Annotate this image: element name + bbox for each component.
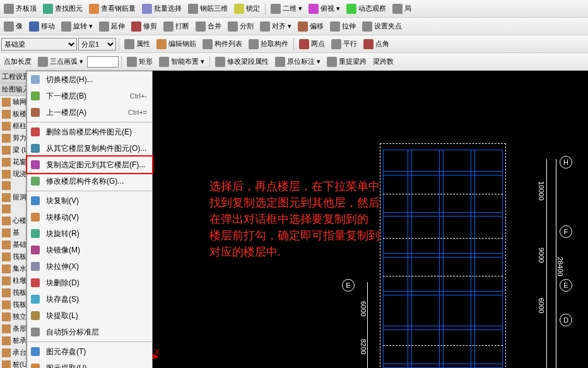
menu-label: 修改楼层构件名称(G)... bbox=[46, 176, 147, 187]
toolbar-row-3: 基础梁 分层1 属性 编辑钢筋 构件列表 拾取构件 两点 平行 点角 bbox=[0, 35, 588, 53]
lp-item-label: 框柱(Q) bbox=[13, 121, 26, 131]
arc-input[interactable] bbox=[87, 56, 119, 68]
lp-item[interactable]: 筏板基 bbox=[0, 251, 26, 263]
lp-item[interactable]: 心楼盖 bbox=[0, 215, 26, 227]
rect-icon bbox=[127, 57, 137, 67]
tb-mirror[interactable]: 像 bbox=[1, 20, 25, 33]
tb-point-angle[interactable]: 点角 bbox=[361, 38, 392, 50]
tb-props[interactable]: 属性 bbox=[122, 38, 153, 50]
block-stretch-icon bbox=[30, 261, 41, 272]
tb-merge[interactable]: 合并 bbox=[193, 20, 224, 33]
tb-top-view[interactable]: 俯视 ▾ bbox=[306, 3, 343, 15]
tb-rotate[interactable]: 旋转 ▾ bbox=[59, 20, 95, 33]
menu-item[interactable]: 图元存盘(T) bbox=[27, 343, 152, 360]
axis-e-l: E bbox=[342, 279, 355, 292]
lp-item[interactable]: 留洞 bbox=[0, 191, 26, 203]
tb-modify-beam[interactable]: 修改梁段属性 bbox=[213, 56, 271, 68]
lp-item[interactable]: 剪力墙 bbox=[0, 132, 26, 144]
tb-extend[interactable]: 延伸 bbox=[97, 20, 127, 33]
menu-item[interactable]: 下一楼层(B)Ctrl+- bbox=[27, 88, 152, 104]
lp-item[interactable]: 板楼基 bbox=[0, 108, 26, 120]
component-icon bbox=[2, 300, 11, 309]
menu-item[interactable]: 块复制(V) bbox=[27, 193, 152, 209]
menu-item[interactable]: 块镜像(M) bbox=[27, 242, 152, 258]
menu-item[interactable]: 从其它楼层复制构件图元(O)... bbox=[27, 140, 152, 157]
block-move-icon bbox=[30, 211, 41, 223]
layer-select[interactable]: 分层1 bbox=[78, 38, 116, 50]
view-rebar-icon bbox=[89, 4, 99, 14]
menu-item[interactable]: 图元提取(U) bbox=[27, 360, 152, 368]
tb-grip[interactable]: 设置夹点 bbox=[360, 20, 404, 33]
tb-edit-rebar[interactable]: 编辑钢筋 bbox=[154, 38, 199, 50]
lp-item[interactable]: 梁 (L) bbox=[0, 144, 26, 156]
tb-local[interactable]: 局 bbox=[390, 3, 414, 15]
menu-item[interactable]: 块存盘(S) bbox=[27, 291, 152, 307]
component-icon bbox=[2, 229, 11, 237]
lp-item[interactable]: 桩(U) bbox=[0, 359, 26, 368]
lp-item[interactable] bbox=[0, 203, 26, 215]
menu-label: 自动拆分标准层 bbox=[46, 327, 147, 338]
lp-item[interactable]: 承台梁 ( bbox=[0, 347, 26, 359]
tb-find-element[interactable]: 查找图元 bbox=[40, 3, 85, 15]
tb-batch-select[interactable]: 批量选择 bbox=[139, 3, 184, 15]
block-rotate-icon bbox=[30, 228, 41, 239]
lp-item[interactable]: 花窗板 bbox=[0, 156, 26, 168]
tb-move[interactable]: 移动 bbox=[26, 20, 57, 33]
tb-orbit[interactable]: 动态观察 bbox=[344, 3, 389, 15]
tb-lock[interactable]: 锁定 bbox=[232, 3, 262, 15]
lp-item[interactable]: 框柱(Q) bbox=[0, 120, 26, 132]
menu-item[interactable]: 块旋转(R) bbox=[27, 225, 152, 242]
lp-item[interactable]: 筏板主筋(R) bbox=[0, 287, 26, 299]
menu-label: 切换楼层(H)... bbox=[46, 74, 147, 85]
lp-item[interactable] bbox=[0, 180, 26, 191]
lp-item[interactable]: 柱墩 ( bbox=[0, 275, 26, 287]
menu-item[interactable]: 复制选定图元到其它楼层(F)... bbox=[26, 155, 153, 174]
tb-align-top[interactable]: 齐板顶 bbox=[1, 3, 39, 15]
menu-item[interactable]: 自动拆分标准层 bbox=[27, 324, 152, 340]
lp-item[interactable]: 独立基础(D) bbox=[0, 311, 26, 323]
lp-item-label: 板楼基 bbox=[13, 109, 26, 119]
dim-8200-a: 8200 bbox=[360, 339, 367, 354]
tb-span-count[interactable]: 梁跨数 bbox=[370, 56, 396, 68]
lp-item[interactable]: 条形基础(T) bbox=[0, 323, 26, 335]
lp-item[interactable]: 基 bbox=[0, 227, 26, 239]
respan-icon bbox=[327, 57, 337, 67]
tb-parallel[interactable]: 平行 bbox=[329, 38, 360, 50]
tb-stretch[interactable]: 拉伸 bbox=[327, 20, 358, 33]
tb-offset[interactable]: 偏移 bbox=[295, 20, 326, 33]
lp-item[interactable]: 轴网(J) bbox=[0, 96, 26, 108]
menu-item[interactable]: 上一楼层(A)Ctrl+= bbox=[27, 104, 152, 121]
tb-pick[interactable]: 拾取构件 bbox=[246, 38, 291, 50]
tb-break[interactable]: 打断 bbox=[161, 20, 192, 33]
menu-item[interactable]: 块移动(V) bbox=[27, 209, 152, 225]
lp-item[interactable]: 筏板负筋(X) bbox=[0, 299, 26, 311]
lp-item[interactable]: 现浇板 bbox=[0, 168, 26, 180]
tb-smart[interactable]: 智能布置 ▾ bbox=[156, 56, 207, 68]
menu-item[interactable]: 块拉伸(X) bbox=[27, 258, 152, 275]
lp-item-label: 桩(U) bbox=[13, 360, 26, 368]
menu-item[interactable]: 切换楼层(H)... bbox=[27, 71, 152, 88]
menu-label: 下一楼层(B) bbox=[46, 91, 125, 102]
menu-item[interactable]: 块提取(L) bbox=[27, 307, 152, 324]
tb-view-rebar[interactable]: 查看钢筋量 bbox=[86, 3, 138, 15]
tb-annotate[interactable]: 原位标注 ▾ bbox=[273, 56, 323, 68]
tb-2d[interactable]: 二维 ▾ bbox=[268, 3, 305, 15]
tb-respan[interactable]: 重提梁跨 bbox=[324, 56, 369, 68]
tb-component-list[interactable]: 构件列表 bbox=[200, 38, 245, 50]
lp-item[interactable]: 集水坑 bbox=[0, 263, 26, 275]
tb-point-length[interactable]: 点加长度 bbox=[1, 56, 34, 68]
tb-trim[interactable]: 修剪 bbox=[129, 20, 160, 33]
tb-rect[interactable]: 矩形 bbox=[124, 56, 155, 68]
tb-rebar-3d[interactable]: 钢筋三维 bbox=[185, 3, 230, 15]
menu-item[interactable]: 块删除(D) bbox=[27, 275, 152, 291]
lp-item[interactable]: 基础梁 bbox=[0, 239, 26, 251]
tb-two-point[interactable]: 两点 bbox=[297, 38, 327, 50]
menu-item[interactable]: 修改楼层构件名称(G)... bbox=[27, 173, 152, 189]
lp-item[interactable]: 桩承台(V) bbox=[0, 335, 26, 347]
component-type-select[interactable]: 基础梁 bbox=[1, 38, 77, 50]
tb-align[interactable]: 对齐 ▾ bbox=[257, 20, 294, 33]
menu-label: 块复制(V) bbox=[46, 196, 147, 206]
tb-arc[interactable]: 三点画弧 ▾ bbox=[35, 56, 86, 68]
menu-item[interactable]: 删除当前楼层构件图元(E) bbox=[27, 124, 152, 140]
tb-split[interactable]: 分割 bbox=[225, 20, 256, 33]
